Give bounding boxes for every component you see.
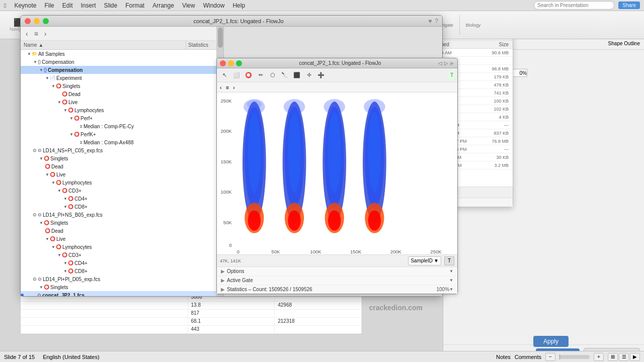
ellipse-tool[interactable]: ⭕ <box>243 70 254 81</box>
list-item[interactable]: ▼ ⭕ Lymphocytes <box>21 178 216 187</box>
expand-icon[interactable] <box>75 124 80 129</box>
list-item[interactable]: ▼ ⭕ Singlets <box>21 283 216 291</box>
expand-icon[interactable]: ▼ <box>39 67 44 72</box>
menu-edit[interactable]: Edit <box>62 2 73 9</box>
t-button[interactable]: T <box>444 256 454 265</box>
expand-icon[interactable]: ▼ <box>45 75 50 80</box>
rectangle-tool[interactable]: ⬜ <box>231 70 242 81</box>
list-item[interactable]: ▼ ⭕ CD3+ <box>21 251 216 259</box>
tree-back-btn[interactable]: ‹ <box>24 29 30 39</box>
expand-icon[interactable] <box>57 92 62 97</box>
table-row[interactable]: 443 <box>21 326 362 334</box>
zoom-in-btn[interactable]: + <box>594 353 604 361</box>
zoom-out-btn[interactable]: − <box>545 353 555 361</box>
list-item[interactable]: ▼ ⭕ Lymphocytes <box>21 243 216 251</box>
gate-tool[interactable]: ⬛ <box>291 70 302 81</box>
scatter-close-btn[interactable] <box>220 60 226 66</box>
list-item[interactable]: ▼ {} Compensation <box>21 66 216 74</box>
list-item[interactable]: ▼ ⭕ Live <box>21 98 216 106</box>
tree-root[interactable]: ▼ 📁 All Samples <box>21 50 216 58</box>
knife-tool[interactable]: 🔪 <box>279 70 290 81</box>
expand-icon[interactable]: ▼ <box>57 100 62 105</box>
menu-window[interactable]: Window <box>203 2 225 9</box>
list-item[interactable]: ▼ ⭕ Perf+ <box>21 114 216 122</box>
list-item[interactable]: ▼ ⭕ Singlets <box>21 154 216 162</box>
help-icon[interactable]: ? <box>435 18 438 25</box>
list-item[interactable]: ▼ 📄 Experiment <box>21 74 216 82</box>
menu-view[interactable]: View <box>182 2 195 9</box>
nav-forward[interactable]: › <box>233 84 235 90</box>
notes-tab[interactable]: Notes <box>496 354 511 360</box>
expand-icon[interactable]: ▼ <box>33 59 38 64</box>
presenter-view-btn[interactable]: ▶ <box>630 353 640 361</box>
list-item[interactable]: ⊙ ⊙ LD14_Pl+Pl_D05_exp.fcs <box>21 275 216 283</box>
list-item[interactable]: ▼ ⭕ Lymphocytes <box>21 106 216 114</box>
table-row[interactable]: 68.1 212318 <box>21 318 362 326</box>
options-row[interactable]: ▶ Options ▼ <box>217 267 457 276</box>
list-item[interactable]: ▼ ⭕ Live <box>21 235 216 243</box>
close-button[interactable] <box>25 18 31 24</box>
list-item[interactable]: ▼ ⭕ Singlets <box>21 82 216 90</box>
arrow-tool[interactable]: ↖ <box>219 70 230 81</box>
expand-icon[interactable]: ▼ <box>27 51 32 56</box>
shape-outline-label[interactable]: Shape Outline <box>608 41 640 46</box>
apply-button[interactable]: Apply <box>533 336 569 347</box>
list-item[interactable]: ▼ ⭕ CD8+ <box>21 267 216 275</box>
quad-tool[interactable]: ✛ <box>303 70 314 81</box>
minimize-button[interactable] <box>34 18 40 24</box>
list-item[interactable]: ▼ ⭕ CD8+ <box>21 203 216 211</box>
expand-icon[interactable]: ▼ <box>69 132 74 137</box>
menu-file[interactable]: File <box>44 2 54 9</box>
expand-icon[interactable]: ▼ <box>69 116 74 121</box>
list-item[interactable]: ▼ ⭕ Singlets <box>21 219 216 227</box>
tree-list-btn[interactable]: ≡ <box>32 29 40 39</box>
list-item[interactable]: ⊙ ⊙ LD14_Pl+NS_B05_exp.fcs <box>21 211 216 219</box>
active-file-item[interactable]: ⊙ concat_JP2_1.fcs <box>21 291 216 296</box>
maximize-button[interactable] <box>43 18 49 24</box>
freehand-tool[interactable]: ✏ <box>255 70 266 81</box>
list-item[interactable]: ▼ ⭕ CD3+ <box>21 187 216 195</box>
share-button[interactable]: Share <box>618 2 640 9</box>
scatter-max-btn[interactable] <box>236 60 242 66</box>
statistics-row[interactable]: ▶ Statistics – Count: 1509526 / 1509526 … <box>217 285 457 294</box>
heart-icon[interactable]: ♥ <box>428 18 432 25</box>
expand-icon[interactable]: ▼ <box>51 83 56 88</box>
outline-view-btn[interactable]: ☰ <box>619 353 629 361</box>
list-item[interactable]: Σ Median : Comp-PE-Cy <box>21 122 216 130</box>
table-row[interactable]: 817 <box>21 310 362 318</box>
t-tool[interactable]: T <box>448 71 455 79</box>
tree-forward-btn[interactable]: › <box>42 29 49 39</box>
menu-help[interactable]: Help <box>232 2 245 9</box>
menu-slide[interactable]: Slide <box>104 2 117 9</box>
menu-insert[interactable]: Insert <box>80 2 96 9</box>
expand-icon[interactable] <box>75 140 80 145</box>
polygon-tool[interactable]: ⬡ <box>267 70 278 81</box>
table-row[interactable]: 13.8 42968 <box>21 302 362 310</box>
app-name[interactable]: Keynote <box>14 2 36 9</box>
list-item[interactable]: ⭕ Dead <box>21 90 216 98</box>
active-gate-row[interactable]: ▶ Active Gate ▼ <box>217 276 457 285</box>
zoom-slider[interactable] <box>559 355 590 359</box>
tree-body[interactable]: ▼ 📁 All Samples ▼ {} Compensation ▼ {} C… <box>21 50 216 296</box>
list-item[interactable]: ▼ ⭕ CD4+ <box>21 195 216 203</box>
scatter-nav-right2[interactable]: ▶ <box>450 60 454 66</box>
scatter-nav-right[interactable]: ▷ <box>444 60 448 66</box>
scatter-min-btn[interactable] <box>228 60 234 66</box>
expand-icon[interactable]: ▼ <box>63 108 68 113</box>
presentation-search[interactable] <box>534 1 614 10</box>
list-item[interactable]: ⭕ Dead <box>21 227 216 235</box>
nav-back[interactable]: ‹ <box>220 84 222 90</box>
list-item[interactable]: ▼ ⭕ PerfK+ <box>21 130 216 138</box>
menu-format[interactable]: Format <box>125 2 144 9</box>
menu-arrange[interactable]: Arrange <box>152 2 174 9</box>
list-item[interactable]: ▼ {} Compensation <box>21 58 216 66</box>
nav-list[interactable]: ≡ <box>226 84 229 90</box>
list-item[interactable]: ▼ ⭕ CD4+ <box>21 259 216 267</box>
plus-tool[interactable]: ➕ <box>315 70 327 81</box>
list-item[interactable]: ⊙ ⊙ LD14_NS+Pl_C05_exp.fcs <box>21 146 216 154</box>
scatter-nav-left[interactable]: ◁ <box>438 60 442 66</box>
comments-tab[interactable]: Comments <box>515 354 541 360</box>
list-item[interactable]: Σ Median : Comp-Ax488 <box>21 138 216 146</box>
sample-dropdown[interactable]: SampleID ▼ <box>408 256 441 265</box>
apple-menu[interactable]:  <box>4 2 6 9</box>
